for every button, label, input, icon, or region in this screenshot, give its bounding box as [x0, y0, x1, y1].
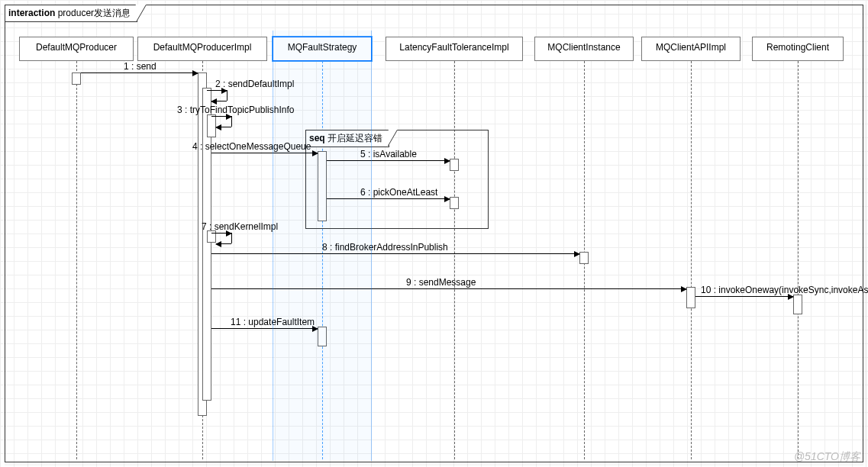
lifeline-label: DefaultMQProducerImpl	[153, 42, 252, 53]
lifeline-head-L4[interactable]: LatencyFaultToleranceImpl	[386, 37, 523, 61]
activation-A_L1	[72, 72, 81, 85]
message-line-10	[695, 296, 793, 297]
lifeline-head-L1[interactable]: DefaultMQProducer	[19, 37, 134, 61]
lifeline-L1	[76, 61, 77, 459]
message-label-10: 10 : invokeOneway(invokeSync,invokeAsync…	[699, 285, 868, 295]
lifeline-label: LatencyFaultToleranceImpl	[399, 42, 508, 53]
activation-A_L7	[793, 295, 802, 314]
message-label-7: 7 : sendKernelImpl	[200, 221, 279, 232]
message-line-1	[81, 72, 198, 73]
lifeline-head-L7[interactable]: RemotingClient	[752, 37, 844, 61]
message-label-9: 9 : sendMessage	[405, 277, 477, 288]
lifeline-L4	[454, 61, 455, 459]
activation-A_L5	[579, 252, 589, 264]
message-label-1: 1 : send	[122, 61, 158, 72]
lifeline-label: MQClientInstance	[547, 42, 620, 53]
activation-A_L4a	[450, 159, 459, 171]
message-line-8	[211, 253, 579, 254]
lifeline-label: DefaultMQProducer	[36, 42, 117, 53]
message-line-7	[211, 233, 231, 234]
message-line-3	[211, 116, 231, 117]
bottom-shadow	[5, 463, 863, 465]
lifeline-label: MQClientAPIImpl	[656, 42, 726, 53]
lifeline-head-L5[interactable]: MQClientInstance	[534, 37, 634, 61]
lifeline-L6	[691, 61, 692, 459]
lifeline-label: RemotingClient	[766, 42, 829, 53]
diagram-canvas: DefaultMQProducerDefaultMQProducerImplMQ…	[0, 0, 868, 467]
selection-highlight	[273, 31, 372, 461]
message-line-2	[207, 90, 227, 91]
lifeline-head-L2[interactable]: DefaultMQProducerImpl	[137, 37, 267, 61]
watermark: @51CTO博客	[794, 450, 860, 464]
right-shadow	[864, 5, 866, 462]
activation-A_L4b	[450, 197, 459, 209]
activation-A_L6	[686, 287, 695, 308]
lifeline-L7	[798, 61, 799, 459]
lifeline-head-L6[interactable]: MQClientAPIImpl	[641, 37, 741, 61]
